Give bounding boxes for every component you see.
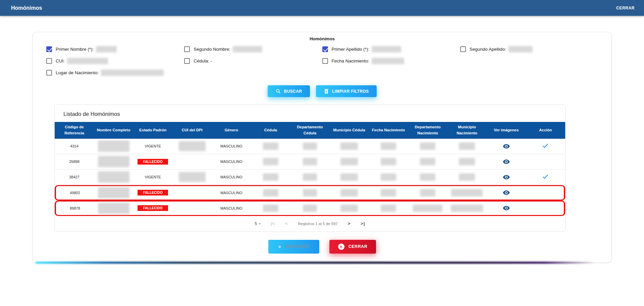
redacted-value [263,205,278,212]
filter-label: Segundo Apellido: [470,47,506,52]
action-check-icon[interactable] [542,176,548,180]
list-title: Listado de Homónimos [55,105,565,122]
cell-cui-dpi [172,170,212,185]
view-images-button[interactable] [502,189,511,196]
view-images-button[interactable] [502,159,511,165]
column-header: Acción [526,122,565,139]
column-header: CUI del DPI [172,122,212,139]
cell-genero: MASCULINO [212,170,251,185]
cell-departamento-nacimiento [408,185,447,201]
filter-segundo-apellido: Segundo Apellido: [460,46,598,52]
cell-ver-imagenes[interactable] [487,154,526,170]
last-page-button[interactable]: >| [361,221,365,226]
next-page-button[interactable]: > [348,221,351,226]
redacted-value [179,141,206,151]
buscar-label: BUSCAR [284,89,302,94]
redacted-value [233,46,262,52]
redacted-value [340,189,358,196]
fecha-nacimiento-checkbox[interactable] [322,58,328,64]
lugar-nacimiento-checkbox[interactable] [46,70,52,76]
cell-estado-padron: FALLECIDO [133,201,172,216]
redacted-value [101,70,164,76]
column-header: Municipio Cédula [329,122,369,139]
cell-accion[interactable] [526,139,565,154]
cell-municipio-cedula [329,170,369,185]
cell-cedula [251,201,290,216]
eye-icon [503,144,510,149]
cell-codigo-referencia: 89878 [55,201,94,216]
cerrar-button[interactable]: ✕ CERRAR [329,240,376,254]
limpiar-filtros-button[interactable]: LIMPIAR FILTROS [316,85,377,97]
redacted-value [303,173,317,181]
cell-departamento-cedula [290,139,329,154]
filter-label: Fecha Nacimiento: [332,58,370,63]
column-header: Estado Padrón [133,122,172,139]
action-check-icon[interactable] [542,145,548,149]
pagination: 5 ▾ |< < Registros 1 al 5 de 997 > >| [55,216,565,231]
trash-icon [324,89,329,94]
buscar-button[interactable]: BUSCAR [268,85,310,97]
cell-ver-imagenes[interactable] [487,139,526,154]
redacted-value [381,205,396,212]
cell-nombre-completo [94,185,133,201]
redacted-value [303,142,317,150]
primer-nombre-checkbox[interactable] [46,46,52,52]
cell-cui-dpi [172,185,212,201]
filter-label: Primer Nombre (*): [56,47,94,52]
cell-ver-imagenes[interactable] [487,185,526,201]
cell-cedula [251,139,290,154]
view-images-button[interactable] [502,143,511,149]
search-icon [276,89,281,94]
table-row: 89878FALLECIDOMASCULINO [55,201,565,216]
column-header: Departamento Nacimiento [408,122,447,139]
fallecido-badge: FALLECIDO [138,205,168,211]
cerrar-label: CERRAR [348,244,367,249]
redacted-value [340,205,358,212]
redacted-value [381,173,396,181]
view-images-button[interactable] [502,174,511,180]
cell-genero: MASCULINO [212,139,251,154]
cell-accion[interactable] [526,170,565,185]
redacted-value [67,58,108,64]
segundo-nombre-checkbox[interactable] [184,46,190,52]
first-page-button[interactable]: |< [271,221,275,226]
cell-estado-padron: FALLECIDO [133,185,172,201]
redacted-value [340,142,358,150]
redacted-value [508,46,533,52]
primer-apellido-checkbox[interactable] [322,46,328,52]
column-header: Municipio Nacimiento [447,122,487,139]
siguiente-button[interactable]: > SIGUIENTE [268,240,319,254]
cui-checkbox[interactable] [46,58,52,64]
eye-icon [503,175,510,180]
cell-municipio-nacimiento [447,185,487,201]
redacted-value [459,173,475,181]
fallecido-badge: FALLECIDO [138,159,168,165]
page-size-select[interactable]: 5 ▾ [255,221,260,226]
cell-ver-imagenes[interactable] [487,170,526,185]
caret-down-icon: ▾ [259,222,261,225]
prev-page-button[interactable]: < [285,221,288,226]
redacted-value [420,189,435,196]
appbar-close-button[interactable]: CERRAR [616,6,635,10]
redacted-value [372,46,401,52]
cell-departamento-nacimiento [408,154,447,170]
redacted-value [98,203,129,214]
redacted-value [372,58,404,64]
cell-codigo-referencia: 49802 [55,185,94,201]
cell-estado-padron: VIGENTE [133,170,172,185]
view-images-button[interactable] [502,205,511,211]
redacted-value [303,189,317,196]
redacted-value [459,158,475,165]
redacted-value [263,142,278,150]
panel-title: Homónimos [33,35,611,43]
segundo-apellido-checkbox[interactable] [460,46,466,52]
filters-section: Primer Nombre (*): Segundo Nombre: Prime… [33,43,611,77]
column-header: Departamento Cédula [290,122,329,139]
cedula-checkbox[interactable] [184,58,190,64]
cell-ver-imagenes[interactable] [487,201,526,216]
redacted-value [263,173,278,181]
column-header: Fecha Nacimiento [369,122,408,139]
eye-icon [503,159,510,164]
close-circle-icon: ✕ [338,244,344,250]
redacted-value [451,205,483,212]
